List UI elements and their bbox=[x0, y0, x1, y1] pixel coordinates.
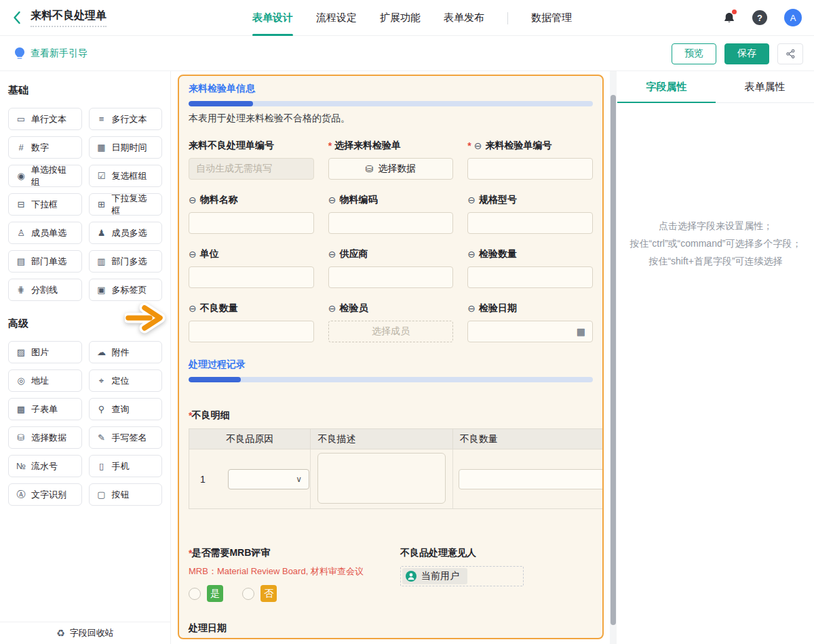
form-field: ⊖供应商 bbox=[328, 247, 454, 288]
form-field: 来料不良处理单编号 自动生成无需填写 bbox=[189, 139, 314, 180]
field-palette-item[interactable]: ▣ 多标签页 bbox=[89, 279, 163, 301]
field-palette-item[interactable]: ⚲ 查询 bbox=[89, 398, 163, 420]
field-recycle-bin[interactable]: ♻ 字段回收站 bbox=[0, 622, 170, 644]
field-palette-label: 手写签名 bbox=[112, 432, 147, 444]
dept-multi-icon: ▥ bbox=[96, 256, 107, 266]
field-palette-item[interactable]: ☑ 复选框组 bbox=[89, 165, 163, 187]
text-input[interactable] bbox=[189, 212, 314, 234]
field-palette-label: 多标签页 bbox=[112, 284, 147, 296]
field-palette-item[interactable]: № 流水号 bbox=[8, 455, 82, 477]
field-palette-item[interactable]: ▭ 单行文本 bbox=[8, 108, 82, 130]
field-palette-item[interactable]: ✎ 手写签名 bbox=[89, 426, 163, 449]
form-field: ⊖检验数量 bbox=[467, 247, 593, 288]
preview-button[interactable]: 预览 bbox=[672, 43, 716, 64]
field-palette-item[interactable]: ▩ 子表单 bbox=[8, 398, 82, 420]
text-input[interactable] bbox=[328, 212, 454, 234]
nav-tab[interactable]: 扩展功能 bbox=[380, 0, 421, 36]
form-canvas[interactable]: 来料检验单信息 本表用于处理来料检验不合格的货品。 来料不良处理单编号 自动生成… bbox=[178, 75, 604, 639]
text-input[interactable] bbox=[467, 158, 593, 180]
ocr-icon: Ⓐ bbox=[16, 489, 26, 501]
field-palette-label: 日期时间 bbox=[112, 142, 147, 154]
nav-tab[interactable]: 表单设计 bbox=[252, 0, 293, 36]
field-palette-item[interactable]: ♙ 成员单选 bbox=[8, 222, 82, 244]
properties-tab[interactable]: 表单属性 bbox=[716, 71, 814, 102]
save-button[interactable]: 保存 bbox=[724, 43, 769, 64]
nav-tab[interactable]: 表单发布 bbox=[444, 0, 484, 36]
field-palette-item[interactable]: ⋕ 分割线 bbox=[8, 279, 82, 301]
help-button[interactable]: ? bbox=[752, 10, 767, 25]
field-palette-item[interactable]: # 数字 bbox=[8, 136, 82, 159]
field-palette-item[interactable]: ▦ 日期时间 bbox=[89, 136, 163, 159]
field-palette-item[interactable]: ♟ 成员多选 bbox=[89, 222, 163, 244]
select-data-button[interactable]: ⛁ 选择数据 bbox=[328, 158, 454, 180]
basic-section-title: 基础 bbox=[8, 84, 162, 97]
current-user-chip[interactable]: 当前用户 bbox=[402, 568, 467, 584]
link-icon: ⊖ bbox=[328, 303, 336, 314]
section-title-2[interactable]: 处理过程记录 bbox=[189, 359, 593, 371]
field-palette-item[interactable]: ▨ 图片 bbox=[8, 341, 82, 363]
notifications-button[interactable] bbox=[723, 11, 735, 24]
link-icon: ⊖ bbox=[467, 249, 476, 260]
image-icon: ▨ bbox=[16, 347, 26, 357]
nav-tab[interactable]: 流程设定 bbox=[316, 0, 357, 36]
member-picker[interactable]: 选择成员 bbox=[328, 321, 454, 342]
text-input[interactable] bbox=[328, 266, 454, 288]
field-palette-label: 选择数据 bbox=[31, 432, 66, 444]
field-palette-label: 图片 bbox=[31, 346, 49, 359]
member-multi-icon: ♟ bbox=[96, 228, 107, 238]
avatar[interactable]: A bbox=[784, 9, 802, 26]
text-input[interactable] bbox=[189, 266, 314, 288]
link-icon: ⊖ bbox=[474, 140, 482, 151]
field-palette-item[interactable]: ◉ 单选按钮组 bbox=[8, 165, 82, 187]
radio-icon[interactable] bbox=[242, 588, 254, 600]
section-progress-1 bbox=[189, 101, 593, 106]
field-palette-item[interactable]: ≡ 多行文本 bbox=[89, 108, 163, 130]
required-mark: * bbox=[467, 140, 471, 151]
nav-tabs: 表单设计流程设定扩展功能表单发布 数据管理 bbox=[252, 0, 572, 36]
field-palette-item[interactable]: ⛁ 选择数据 bbox=[8, 426, 82, 449]
newbie-guide-link[interactable]: 查看新手引导 bbox=[15, 47, 88, 60]
back-button[interactable] bbox=[12, 11, 21, 24]
subform-table: 不良品原因 不良描述 不良数量 1 ∨ bbox=[189, 428, 604, 509]
question-mark-icon: ? bbox=[757, 13, 762, 23]
required-mark: * bbox=[328, 140, 332, 151]
reason-select[interactable]: ∨ bbox=[228, 469, 309, 489]
share-button[interactable] bbox=[777, 43, 803, 64]
select-data-label: 选择数据 bbox=[378, 163, 416, 175]
description-textarea[interactable] bbox=[317, 453, 445, 504]
text-input[interactable] bbox=[467, 266, 593, 288]
field-label: 来料检验单编号 bbox=[486, 140, 552, 152]
field-palette-label: 定位 bbox=[112, 375, 130, 387]
text-input[interactable] bbox=[189, 321, 314, 342]
page-title[interactable]: 来料不良处理单 bbox=[31, 9, 106, 27]
nav-tab[interactable]: 数据管理 bbox=[531, 0, 572, 36]
field-palette-item[interactable]: ⊞ 下拉复选框 bbox=[89, 193, 163, 216]
quantity-input[interactable] bbox=[459, 469, 604, 489]
field-palette-item[interactable]: ▯ 手机 bbox=[89, 455, 163, 477]
subform-row: 1 ∨ bbox=[189, 449, 604, 508]
mrb-option-no[interactable]: 否 bbox=[242, 585, 277, 602]
radio-icon[interactable] bbox=[189, 588, 201, 600]
opinion-member-box[interactable]: 当前用户 bbox=[400, 566, 524, 586]
field-palette-item[interactable]: ▥ 部门多选 bbox=[89, 250, 163, 273]
properties-tab[interactable]: 字段属性 bbox=[617, 71, 716, 102]
date-input[interactable]: ▦ bbox=[467, 321, 593, 342]
mrb-note: MRB：Material Review Board, 材料审查会议 bbox=[189, 565, 400, 578]
field-palette-item[interactable]: ◎ 地址 bbox=[8, 369, 82, 392]
field-palette-item[interactable]: ⌖ 定位 bbox=[89, 369, 163, 392]
text-input[interactable] bbox=[467, 212, 593, 234]
mrb-option-yes[interactable]: 是 bbox=[189, 585, 223, 602]
field-label: 物料名称 bbox=[200, 194, 238, 206]
field-palette-item[interactable]: ⊟ 下拉框 bbox=[8, 193, 82, 216]
mrb-section: * 是否需要MRB评审 MRB：Material Review Board, 材… bbox=[189, 547, 593, 602]
canvas-scrollbar-thumb[interactable] bbox=[610, 95, 616, 625]
sub-toolbar: 查看新手引导 预览 保存 bbox=[0, 37, 814, 71]
multi-line-text-icon: ≡ bbox=[96, 114, 107, 124]
field-palette-item[interactable]: ▤ 部门单选 bbox=[8, 250, 82, 273]
form-field: ⊖不良数量 bbox=[189, 302, 314, 342]
section-title-1[interactable]: 来料检验单信息 bbox=[189, 83, 593, 95]
field-palette-item[interactable]: Ⓐ 文字识别 bbox=[8, 483, 82, 506]
field-palette-item[interactable]: ☁ 附件 bbox=[89, 341, 163, 363]
field-palette-item[interactable]: ▢ 按钮 bbox=[89, 483, 163, 506]
nav-tab-group-data: 数据管理 bbox=[531, 0, 572, 36]
